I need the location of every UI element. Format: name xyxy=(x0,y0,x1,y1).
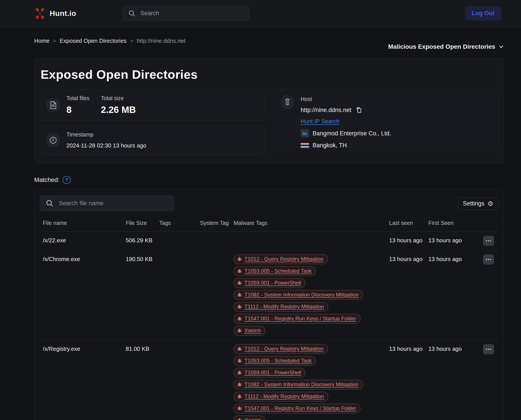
help-icon[interactable]: ? xyxy=(63,176,71,184)
hunt-ip-search-link[interactable]: Hunt IP Search xyxy=(301,118,340,125)
breadcrumb-exposed-open-directories[interactable]: Exposed Open Directories xyxy=(60,38,126,44)
host-url: http://nine.ddns.net xyxy=(301,107,351,113)
malware-tag-label: T1547.001 - Registry Run Keys / Startup … xyxy=(244,405,356,411)
total-size-value: 2.26 MB xyxy=(101,105,136,115)
malware-tag-label: T1082 - System Information Discovery Mit… xyxy=(244,292,359,298)
td-system-tag xyxy=(200,344,234,345)
malware-tag-pill[interactable]: T1059.001 - PowerShell xyxy=(234,368,305,378)
td-malware-tags: T1012 - Query Registry MitigationT1053.0… xyxy=(234,255,388,336)
clock-icon xyxy=(46,133,60,147)
td-file-name: /x/Chrome.exe xyxy=(43,255,126,262)
page-title: Exposed Open Directories xyxy=(40,64,498,90)
malware-tag-pill[interactable]: Xworm xyxy=(234,416,265,420)
file-search-input[interactable] xyxy=(59,200,168,207)
totals-card: Total files 8 Total size 2.26 MB xyxy=(40,90,264,120)
logout-button[interactable]: Log Out xyxy=(465,6,501,21)
column-header-first-seen: First Seen xyxy=(428,220,472,226)
timestamp-card: Timestamp 2024-11-28 02:30 13 hours ago xyxy=(40,126,264,155)
td-last-seen: 13 hours ago xyxy=(389,236,428,244)
td-file-size: 81.00 KB xyxy=(126,344,159,352)
overview-panel: Exposed Open Directories Total files 8 xyxy=(34,58,504,164)
malware-tag-pill[interactable]: T1059.001 - PowerShell xyxy=(234,278,305,288)
malware-tag-pill[interactable]: T1112 - Modify Registry Mitigation xyxy=(234,392,328,401)
malware-tag-label: Xworm xyxy=(244,327,261,334)
td-system-tag xyxy=(200,255,234,256)
malware-tag-pill[interactable]: T1112 - Modify Registry Mitigation xyxy=(234,302,328,312)
bug-icon xyxy=(237,382,242,387)
global-search-input[interactable] xyxy=(141,10,244,17)
thailand-flag-icon xyxy=(301,143,309,148)
global-search[interactable] xyxy=(123,6,249,21)
gear-icon: ⚙ xyxy=(487,200,493,208)
malware-tag-pill[interactable]: T1012 - Query Registry Mitigation xyxy=(234,255,328,264)
files-table-panel: Settings ⚙ File name File Size Tags Syst… xyxy=(34,190,504,420)
breadcrumb-home[interactable]: Home xyxy=(34,38,49,44)
host-card: Host http://nine.ddns.net Hunt IP Search… xyxy=(274,90,499,148)
bug-icon xyxy=(237,268,242,274)
column-header-system-tag: System Tag xyxy=(200,220,234,226)
table-header-row: File name File Size Tags System Tag Malw… xyxy=(40,220,498,232)
bug-icon xyxy=(237,280,242,285)
malware-tag-pill[interactable]: T1082 - System Information Discovery Mit… xyxy=(234,380,363,390)
file-search[interactable] xyxy=(40,195,174,211)
total-files-value: 8 xyxy=(66,105,89,115)
table-row: /x/Chrome.exe190.50 KBT1012 - Query Regi… xyxy=(40,250,498,340)
td-file-size: 190.50 KB xyxy=(126,255,159,262)
bug-icon xyxy=(237,346,242,352)
td-system-tag xyxy=(200,236,234,237)
bug-icon xyxy=(237,370,242,375)
brand-logo[interactable]: Hunt.io xyxy=(34,8,76,19)
search-icon xyxy=(46,199,53,207)
td-file-name: /x/22.exe xyxy=(43,236,126,244)
breadcrumb-separator: > xyxy=(53,38,56,44)
matched-label: Matched: xyxy=(34,176,60,183)
chevron-down-icon xyxy=(498,44,504,50)
malware-tag-pill[interactable]: T1082 - System Information Discovery Mit… xyxy=(234,290,363,300)
timestamp-label: Timestamp xyxy=(66,131,146,138)
bug-icon xyxy=(237,358,242,363)
file-icon xyxy=(46,98,60,112)
td-file-size: 506.29 KB xyxy=(126,236,159,244)
malware-tag-pill[interactable]: T1053.005 - Scheduled Task xyxy=(234,356,316,366)
row-actions-button[interactable]: ••• xyxy=(483,255,494,265)
malware-tag-pill[interactable]: T1547.001 - Registry Run Keys / Startup … xyxy=(234,314,360,324)
table-body: /x/22.exe506.29 KB13 hours ago13 hours a… xyxy=(40,232,498,420)
malware-tag-label: T1053.005 - Scheduled Task xyxy=(244,358,312,364)
malware-tag-label: T1112 - Modify Registry Mitigation xyxy=(244,304,324,310)
malware-tag-label: T1053.005 - Scheduled Task xyxy=(244,268,312,274)
malware-tag-label: T1112 - Modify Registry Mitigation xyxy=(244,393,324,399)
td-last-seen: 13 hours ago xyxy=(389,255,428,262)
column-header-tags: Tags xyxy=(159,220,200,226)
td-first-seen: 13 hours ago xyxy=(428,255,472,262)
malware-tag-pill[interactable]: T1012 - Query Registry Mitigation xyxy=(234,344,328,354)
td-last-seen: 13 hours ago xyxy=(389,344,428,352)
row-actions-button[interactable]: ••• xyxy=(483,344,494,354)
malware-tag-pill[interactable]: T1053.005 - Scheduled Task xyxy=(234,266,316,276)
breadcrumb-separator: > xyxy=(130,38,133,44)
hunt-logo-icon xyxy=(34,8,46,19)
search-icon xyxy=(128,10,136,17)
breadcrumb-row: Home > Exposed Open Directories > http:/… xyxy=(0,27,521,50)
org-badge: be xyxy=(301,129,309,138)
settings-button[interactable]: Settings ⚙ xyxy=(458,197,498,210)
malware-tag-label: T1012 - Query Registry Mitigation xyxy=(244,346,324,352)
view-selector-dropdown[interactable]: Malicious Exposed Open Directories xyxy=(388,43,504,50)
column-header-malware-tags: Malware Tags xyxy=(234,220,389,226)
bug-icon xyxy=(237,256,242,262)
view-selector-label: Malicious Exposed Open Directories xyxy=(388,43,495,50)
row-actions-button[interactable]: ••• xyxy=(483,236,494,246)
malware-tag-pill[interactable]: T1547.001 - Registry Run Keys / Startup … xyxy=(234,404,360,413)
breadcrumb: Home > Exposed Open Directories > http:/… xyxy=(34,38,186,44)
malware-tag-pill[interactable]: Xworm xyxy=(234,326,265,336)
td-file-name: /x/Registry.exe xyxy=(43,344,126,352)
column-header-file-name: File name xyxy=(43,220,126,226)
layers-icon xyxy=(280,95,294,109)
bug-icon xyxy=(237,394,242,399)
timestamp-value: 2024-11-28 02:30 13 hours ago xyxy=(66,142,146,149)
copy-icon[interactable] xyxy=(356,107,362,113)
td-first-seen: 13 hours ago xyxy=(428,236,472,244)
brand-name: Hunt.io xyxy=(50,9,76,18)
host-label: Host xyxy=(301,96,391,102)
malware-tag-label: T1547.001 - Registry Run Keys / Startup … xyxy=(244,315,356,322)
column-header-file-size: File Size xyxy=(126,220,159,226)
